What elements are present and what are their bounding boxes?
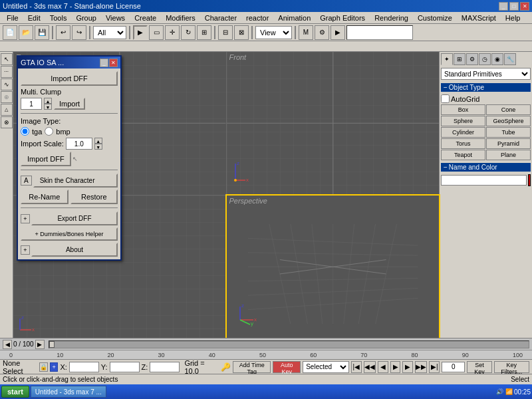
- xyz-btn[interactable]: +: [50, 362, 58, 372]
- cylinder-btn[interactable]: Cylinder: [441, 127, 485, 138]
- tb-redo[interactable]: ↪: [72, 25, 86, 40]
- rename-btn[interactable]: Re-Name: [21, 190, 68, 204]
- gta-dialog-close[interactable]: ✕: [109, 59, 118, 67]
- box-btn[interactable]: Box: [441, 104, 485, 115]
- restore-btn[interactable]: Restore: [70, 190, 118, 204]
- export-dff-btn[interactable]: Export DFF: [31, 211, 118, 225]
- menu-file[interactable]: File: [3, 13, 23, 23]
- lt-tool-2[interactable]: ⋯: [1, 66, 13, 78]
- tb-open[interactable]: 📂: [19, 25, 33, 40]
- tb-save[interactable]: 💾: [35, 25, 49, 40]
- set-key-btn[interactable]: Set Key: [467, 361, 491, 373]
- lt-tool-6[interactable]: ⊗: [1, 116, 13, 128]
- y-coord-input[interactable]: [110, 362, 140, 372]
- tb-select-region[interactable]: ▭: [149, 25, 164, 40]
- name-input[interactable]: [441, 175, 527, 186]
- lock-icon[interactable]: 🔒: [39, 362, 48, 372]
- lt-tool-5[interactable]: △: [1, 104, 13, 116]
- tb-mirror[interactable]: ⊟: [218, 25, 233, 40]
- export-expand-btn[interactable]: +: [21, 214, 30, 223]
- tb-new[interactable]: 📄: [3, 25, 17, 40]
- gta-dialog-minimize[interactable]: _: [100, 59, 108, 67]
- tb-select[interactable]: ▶: [133, 25, 148, 40]
- menu-graph-editors[interactable]: Graph Editors: [316, 13, 369, 23]
- about-btn[interactable]: About: [31, 243, 118, 257]
- multi-clump-input[interactable]: [21, 98, 42, 110]
- time-input[interactable]: [442, 362, 465, 372]
- menu-edit[interactable]: Edit: [24, 13, 45, 23]
- geosphere-btn[interactable]: GeoSphere: [486, 116, 531, 126]
- color-swatch[interactable]: [528, 174, 531, 186]
- tb-view-dropdown[interactable]: View: [255, 26, 292, 39]
- clump-up-btn[interactable]: ▲: [44, 98, 52, 104]
- viewport-front[interactable]: Front: [227, 52, 440, 195]
- tb-align[interactable]: ⊠: [234, 25, 249, 40]
- viewport-perspective[interactable]: Perspective: [227, 196, 440, 338]
- clump-down-btn[interactable]: ▼: [44, 104, 52, 110]
- rp-tab-motion[interactable]: ◷: [479, 53, 491, 65]
- anim-start-btn[interactable]: |◀: [351, 361, 362, 373]
- tb-material[interactable]: M: [299, 25, 313, 40]
- radio-tga[interactable]: [21, 127, 29, 136]
- key-filters-btn[interactable]: Key Filters...: [494, 361, 529, 373]
- tb-render-setup[interactable]: ⚙: [315, 25, 329, 40]
- selected-dropdown[interactable]: Selected: [303, 361, 349, 373]
- track-prev-btn[interactable]: ◀: [3, 340, 12, 349]
- track-next-btn[interactable]: ▶: [35, 340, 45, 349]
- anim-next-frame-btn[interactable]: ▶: [402, 361, 413, 373]
- taskbar-3dsmax-item[interactable]: Untitled - 3ds max 7 ...: [31, 386, 106, 398]
- menu-rendering[interactable]: Rendering: [370, 13, 412, 23]
- tb-rotate[interactable]: ↻: [181, 25, 196, 40]
- menu-animation[interactable]: Animation: [274, 13, 315, 23]
- menu-tools[interactable]: Tools: [46, 13, 71, 23]
- close-button[interactable]: ✕: [520, 2, 529, 11]
- tb-name-field[interactable]: [346, 25, 413, 40]
- object-type-minus[interactable]: −: [444, 84, 448, 91]
- rp-tab-modify[interactable]: ⊞: [454, 53, 466, 65]
- tb-layer-dropdown[interactable]: All: [93, 26, 126, 39]
- import-dff-header-btn[interactable]: Import DFF: [21, 71, 118, 86]
- teapot-btn[interactable]: Teapot: [441, 150, 485, 160]
- plane-btn[interactable]: Plane: [486, 150, 531, 160]
- menu-customize[interactable]: Customize: [414, 13, 456, 23]
- sphere-btn[interactable]: Sphere: [441, 116, 485, 126]
- pyramid-btn[interactable]: Pyramid: [486, 138, 531, 149]
- tube-btn[interactable]: Tube: [486, 127, 531, 138]
- anim-end-btn[interactable]: ▶|: [429, 361, 440, 373]
- anim-next-btn[interactable]: ▶▶: [415, 361, 427, 373]
- z-coord-input[interactable]: [150, 362, 180, 372]
- autogrid-checkbox[interactable]: [441, 94, 450, 103]
- tb-scale[interactable]: ⊞: [197, 25, 211, 40]
- tb-undo[interactable]: ↩: [56, 25, 70, 40]
- menu-reactor[interactable]: reactor: [242, 13, 273, 23]
- x-coord-input[interactable]: [69, 362, 99, 372]
- skin-prefix-label[interactable]: A: [21, 176, 32, 186]
- radio-bmp[interactable]: [45, 127, 53, 136]
- torus-btn[interactable]: Torus: [441, 138, 485, 149]
- tb-move[interactable]: ✛: [165, 25, 180, 40]
- add-time-tag-btn[interactable]: Add Time Tag: [233, 361, 271, 373]
- about-expand-btn[interactable]: +: [21, 245, 30, 255]
- name-color-minus[interactable]: −: [444, 164, 448, 171]
- dummies-btn[interactable]: + Dummies/Bones Helper: [21, 227, 118, 241]
- lt-tool-4[interactable]: ⊕: [1, 91, 13, 103]
- cone-btn[interactable]: Cone: [486, 104, 531, 115]
- rp-tab-create[interactable]: ✦: [441, 53, 453, 65]
- import-dff-action-btn[interactable]: Import DFF: [21, 152, 71, 166]
- menu-help[interactable]: Help: [501, 13, 525, 23]
- primitives-dropdown[interactable]: Standard Primitives: [441, 68, 531, 80]
- import-small-btn[interactable]: Import: [54, 98, 85, 110]
- track-progress-bar[interactable]: [49, 340, 529, 348]
- rp-tab-hierarchy[interactable]: ⚙: [466, 53, 478, 65]
- maximize-button[interactable]: □: [509, 2, 519, 11]
- anim-play-btn[interactable]: ▶: [390, 361, 401, 373]
- minimize-button[interactable]: _: [499, 2, 508, 11]
- lt-tool-3[interactable]: ∿: [1, 78, 13, 90]
- anim-prev-btn[interactable]: ◀◀: [364, 361, 376, 373]
- track-thumb[interactable]: [49, 341, 55, 348]
- tb-render[interactable]: ▶: [331, 25, 345, 40]
- menu-group[interactable]: Group: [72, 13, 100, 23]
- lt-select-tool[interactable]: ↖: [1, 53, 13, 65]
- rp-tab-display[interactable]: ◉: [491, 53, 503, 65]
- menu-views[interactable]: Views: [102, 13, 129, 23]
